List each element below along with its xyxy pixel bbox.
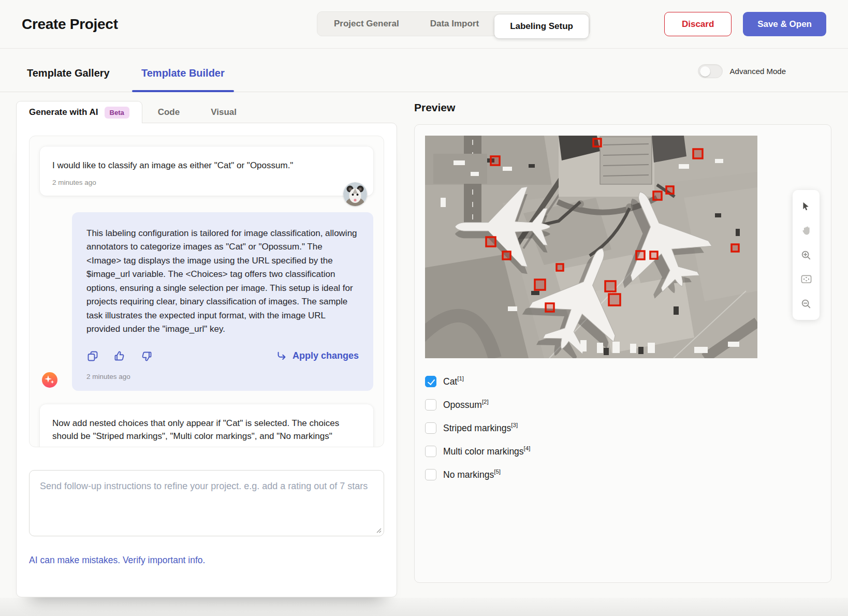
tab-code[interactable]: Code — [142, 101, 196, 123]
tab-visual[interactable]: Visual — [195, 101, 252, 123]
choice-row-multi-color-markings[interactable]: Multi color markings[4] — [425, 446, 821, 457]
ai-disclaimer-link[interactable]: AI can make mistakes. Verify important i… — [29, 555, 384, 566]
advanced-mode-label: Advanced Mode — [730, 67, 786, 76]
advanced-mode-control: Advanced Mode — [698, 64, 786, 78]
discard-button[interactable]: Discard — [664, 12, 732, 36]
apply-changes-label: Apply changes — [293, 350, 359, 361]
choice-index: [4] — [524, 445, 531, 451]
pan-tool-button[interactable] — [793, 218, 820, 243]
zoom-out-icon — [800, 298, 812, 310]
cursor-tool-button[interactable] — [793, 194, 820, 218]
choice-row-no-markings[interactable]: No markings[5] — [425, 469, 821, 480]
advanced-mode-toggle[interactable] — [698, 64, 723, 78]
choice-label: Multi color markings — [443, 446, 524, 457]
preview-title: Preview — [414, 101, 831, 114]
message-timestamp: 2 minutes ago — [52, 179, 361, 186]
fit-screen-tool-button[interactable] — [793, 267, 820, 291]
choice-row-cat[interactable]: Cat[1] — [425, 376, 821, 387]
toggle-knob — [700, 66, 710, 77]
chat-message-assistant: This labeling configuration is tailored … — [40, 212, 373, 391]
ai-sparkle-avatar — [42, 372, 57, 388]
resize-handle-icon[interactable] — [375, 527, 382, 533]
zoom-in-icon — [800, 250, 812, 261]
choice-label: Striped markings — [443, 423, 511, 434]
chat-history[interactable]: I would like to classify an image as eit… — [29, 136, 384, 447]
builder-panel: I would like to classify an image as eit… — [16, 123, 397, 597]
page-bottom-fade — [0, 598, 848, 616]
image-toolbar — [793, 190, 820, 320]
chat-message-user: Now add nested choices that only appear … — [40, 404, 373, 447]
tab-labeling-setup[interactable]: Labeling Setup — [494, 14, 589, 38]
checkbox[interactable] — [425, 469, 436, 480]
choice-index: [5] — [494, 468, 501, 475]
generate-with-ai-label: Generate with AI — [29, 107, 98, 118]
checkbox[interactable] — [425, 399, 436, 410]
checkbox[interactable] — [425, 446, 436, 457]
message-timestamp: 2 minutes ago — [86, 373, 359, 380]
beta-badge: Beta — [105, 107, 129, 119]
opossum-avatar-icon — [343, 182, 367, 206]
template-mode-bar: Template Gallery Template Builder Advanc… — [0, 49, 848, 92]
choice-label: Cat — [443, 376, 457, 387]
pan-hand-icon — [800, 225, 812, 237]
preview-image[interactable] — [425, 136, 757, 358]
tab-generate-with-ai[interactable]: Generate with AI Beta — [16, 101, 142, 123]
label-choices: Cat[1] Opossum[2] Striped markings[3] Mu… — [425, 376, 821, 480]
tab-project-general[interactable]: Project General — [318, 11, 415, 36]
avatar — [343, 182, 367, 206]
fit-screen-icon — [800, 273, 812, 285]
zoom-out-tool-button[interactable] — [793, 291, 820, 316]
followup-input-wrap — [29, 470, 384, 536]
wizard-step-tabs: Project General Data Import Labeling Set… — [317, 11, 590, 36]
tab-data-import[interactable]: Data Import — [415, 11, 494, 36]
tab-template-gallery[interactable]: Template Gallery — [27, 67, 110, 79]
choice-row-opossum[interactable]: Opossum[2] — [425, 399, 821, 410]
header-actions: Discard Save & Open — [664, 12, 826, 36]
checkbox[interactable] — [425, 422, 436, 434]
checkbox[interactable] — [425, 376, 436, 387]
copy-icon[interactable] — [86, 350, 99, 362]
choice-index: [2] — [482, 399, 489, 405]
save-open-button[interactable]: Save & Open — [743, 12, 826, 36]
tab-template-builder[interactable]: Template Builder — [141, 67, 225, 79]
message-text: I would like to classify an image as eit… — [52, 159, 361, 172]
thumbs-down-icon[interactable] — [140, 350, 153, 362]
assistant-bubble: This labeling configuration is tailored … — [72, 212, 373, 391]
thumbs-up-icon[interactable] — [113, 350, 126, 362]
apply-changes-button[interactable]: Apply changes — [276, 350, 359, 362]
sparkle-icon — [42, 372, 57, 388]
assistant-text: This labeling configuration is tailored … — [86, 227, 359, 336]
zoom-in-tool-button[interactable] — [793, 243, 820, 267]
cursor-icon — [800, 201, 812, 212]
preview-panel: Cat[1] Opossum[2] Striped markings[3] Mu… — [414, 124, 831, 583]
choice-index: [1] — [457, 375, 464, 382]
choice-index: [3] — [511, 422, 518, 428]
chat-message-user: I would like to classify an image as eit… — [40, 146, 373, 196]
assistant-actions: Apply changes — [86, 350, 359, 362]
template-builder-section: Generate with AI Beta Code Visual I woul… — [16, 101, 397, 597]
apply-arrow-icon — [276, 350, 287, 362]
preview-section: Preview — [414, 101, 831, 583]
message-text: Now add nested choices that only appear … — [52, 417, 361, 443]
app-header: Create Project Project General Data Impo… — [0, 0, 848, 49]
choice-label: Opossum — [443, 400, 482, 410]
choice-row-striped-markings[interactable]: Striped markings[3] — [425, 422, 821, 434]
followup-input[interactable] — [29, 470, 384, 536]
builder-tabs: Generate with AI Beta Code Visual — [16, 101, 397, 123]
page-title: Create Project — [22, 16, 118, 33]
choice-label: No markings — [443, 470, 494, 480]
